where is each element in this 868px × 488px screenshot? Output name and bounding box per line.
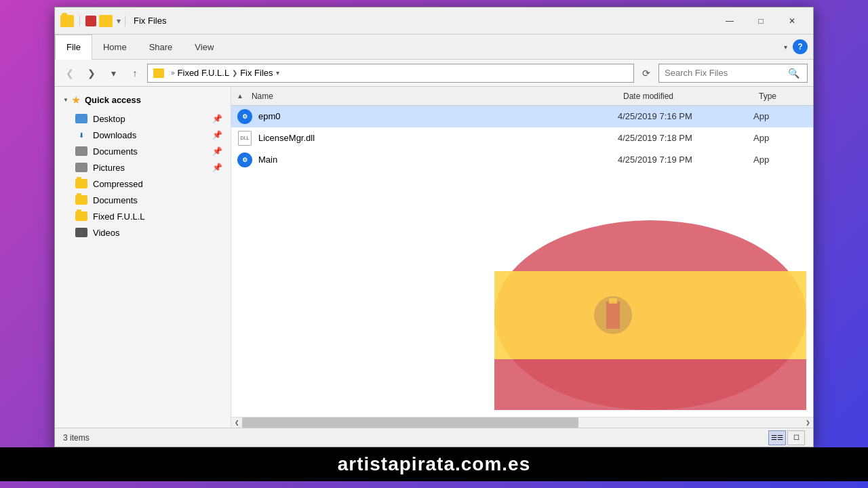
nav-dropdown-button[interactable]: ▾	[104, 64, 123, 83]
horizontal-scrollbar[interactable]: ❮ ❯	[231, 417, 813, 428]
forward-button[interactable]: ❯	[82, 64, 101, 83]
window-controls: — □ ✕	[714, 10, 808, 32]
svg-rect-2	[494, 271, 806, 359]
file-date-main: 4/25/2019 7:19 PM	[618, 155, 753, 165]
tab-view[interactable]: View	[184, 35, 225, 59]
sidebar-item-compressed[interactable]: Compressed	[55, 176, 231, 192]
dll-icon: DLL	[238, 131, 252, 146]
file-list[interactable]: ⚙ epm0 4/25/2019 7:16 PM App DLL License…	[231, 106, 813, 417]
details-view-button[interactable]: ☰☰	[768, 430, 786, 445]
address-bar: ❮ ❯ ▾ ↑ » Fixed F.U.L.L ❯ Fix Files ▾ ⟳ …	[55, 60, 813, 87]
sidebar-item-pictures[interactable]: Pictures 📌	[55, 159, 231, 176]
sidebar-item-videos-label: Videos	[93, 228, 222, 238]
path-dropdown-icon: ▾	[276, 69, 279, 77]
file-name-main: Main	[258, 155, 618, 165]
close-button[interactable]: ✕	[776, 10, 808, 32]
brand-text: artistapirata.com.es	[338, 453, 531, 475]
sidebar-panel: ▼ ★ Quick access Desktop 📌	[55, 87, 231, 428]
help-button[interactable]: ?	[793, 39, 808, 54]
sidebar-item-downloads-label: Downloads	[93, 130, 212, 140]
sidebar-item-documents-pinned[interactable]: Documents 📌	[55, 143, 231, 159]
svg-point-0	[494, 220, 806, 410]
col-date-label: Date modified	[623, 92, 673, 101]
section-expand-icon: ▼	[63, 97, 68, 103]
tab-home-label: Home	[103, 42, 127, 52]
svg-rect-3	[494, 359, 806, 410]
pin-icon: 📌	[212, 130, 222, 140]
path-chevron-left: »	[171, 69, 175, 77]
sidebar-item-compressed-label: Compressed	[93, 179, 222, 189]
table-row[interactable]: ⚙ Main 4/25/2019 7:19 PM App	[231, 149, 813, 171]
sidebar-scroll[interactable]: ▼ ★ Quick access Desktop 📌	[55, 87, 231, 428]
desktop-folder-icon	[75, 113, 87, 124]
app-icon: ⚙	[237, 109, 252, 124]
sidebar-item-fixed-full[interactable]: Fixed F.U.L.L	[55, 208, 231, 224]
folder2-icon	[99, 15, 113, 27]
up-button[interactable]: ↑	[125, 64, 144, 83]
col-header-date[interactable]: Date modified	[618, 92, 753, 101]
tab-share[interactable]: Share	[138, 35, 184, 59]
documents-icon	[75, 146, 87, 157]
file-name-dll: LicenseMgr.dll	[258, 133, 618, 143]
ribbon-tabs: File Home Share View ▾ ?	[55, 35, 813, 59]
svg-rect-5	[606, 302, 620, 329]
downloads-icon: ⬇	[75, 129, 87, 140]
path-folder-icon	[153, 68, 164, 78]
ribbon-collapse-icon[interactable]: ▾	[784, 43, 787, 51]
quick-access-label: Quick access	[85, 95, 141, 105]
file-name-epm0: epm0	[258, 111, 618, 121]
sort-icon: ▲	[237, 92, 243, 100]
title-bar: ▾ Fix Files — □ ✕	[55, 7, 813, 35]
sidebar-item-documents-pinned-label: Documents	[93, 146, 212, 157]
file-type-main: App	[753, 155, 808, 165]
brand-bar: artistapirata.com.es	[0, 447, 868, 481]
sidebar-item-pictures-label: Pictures	[93, 163, 212, 173]
sidebar-item-desktop[interactable]: Desktop 📌	[55, 110, 231, 127]
scroll-thumb	[242, 418, 578, 428]
search-input[interactable]	[665, 68, 785, 78]
search-button[interactable]: 🔍	[785, 65, 802, 81]
col-name-label: Name	[252, 92, 273, 101]
tab-file[interactable]: File	[55, 35, 92, 60]
separator	[125, 16, 125, 26]
sidebar-item-documents-folder[interactable]: Documents	[55, 192, 231, 208]
path-part-2: Fix Files	[240, 68, 273, 78]
col-header-name[interactable]: Name	[246, 92, 618, 101]
large-icons-view-button[interactable]: ☐	[787, 430, 805, 445]
sidebar-item-downloads[interactable]: ⬇ Downloads 📌	[55, 127, 231, 143]
path-arrow-icon: ❯	[232, 69, 237, 77]
column-headers: ▲ Name Date modified Type	[231, 87, 813, 106]
back-button[interactable]: ❮	[60, 64, 79, 83]
file-area: ▲ Name Date modified Type ⚙ epm0	[231, 87, 813, 428]
main-content: ▼ ★ Quick access Desktop 📌	[55, 87, 813, 428]
window-title: Fix Files	[134, 16, 166, 26]
sidebar-section-quick-access[interactable]: ▼ ★ Quick access	[55, 89, 231, 110]
tab-home[interactable]: Home	[92, 35, 138, 59]
scroll-right-button[interactable]: ❯	[802, 418, 813, 428]
sidebar-item-documents-folder-label: Documents	[93, 195, 222, 205]
compressed-folder-icon	[75, 178, 87, 189]
scroll-track	[242, 418, 802, 428]
file-icon-dll: DLL	[237, 130, 253, 146]
tab-file-label: File	[66, 42, 81, 52]
folder-icon	[60, 15, 74, 27]
minimize-button[interactable]: —	[714, 10, 745, 32]
pin-icon: 📌	[212, 114, 222, 123]
table-row[interactable]: DLL LicenseMgr.dll 4/25/2019 7:18 PM App	[231, 127, 813, 149]
address-path[interactable]: » Fixed F.U.L.L ❯ Fix Files ▾	[147, 64, 634, 83]
search-box: 🔍	[658, 64, 808, 83]
flag-overlay	[488, 214, 813, 417]
file-date-dll: 4/25/2019 7:18 PM	[618, 133, 753, 143]
maximize-button[interactable]: □	[745, 10, 776, 32]
pin-icon: 📌	[212, 163, 222, 172]
file-type-epm0: App	[753, 111, 808, 121]
scroll-left-button[interactable]: ❮	[231, 418, 242, 428]
dropdown-arrow-icon: ▾	[117, 16, 121, 26]
table-row[interactable]: ⚙ epm0 4/25/2019 7:16 PM App	[231, 106, 813, 127]
refresh-button[interactable]: ⟳	[637, 64, 656, 83]
explorer-window: ▾ Fix Files — □ ✕ File Home Share View ▾	[54, 7, 814, 447]
col-header-type[interactable]: Type	[753, 92, 808, 101]
sidebar-item-videos[interactable]: Videos	[55, 224, 231, 241]
svg-point-4	[594, 296, 632, 334]
pin-icon	[85, 16, 96, 26]
